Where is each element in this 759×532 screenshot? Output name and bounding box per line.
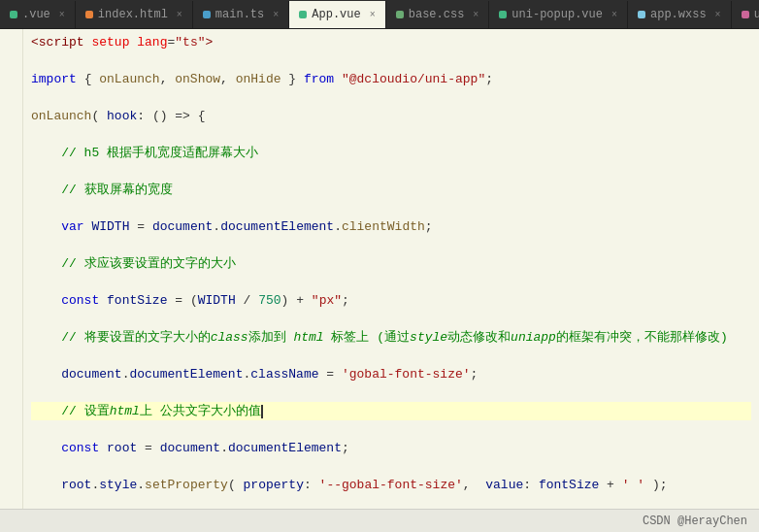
css-icon [396,11,404,18]
status-bar: CSDN @HerayChen [0,509,759,532]
tab-app-wxss[interactable]: app.wxss × [628,1,732,28]
tab-label: uni.scss [754,8,759,21]
tab-label: base.css [409,8,465,21]
tab-label: app.wxss [650,8,707,21]
close-icon[interactable]: × [177,10,182,20]
tab-uni-scss[interactable]: uni.scss × [732,1,759,28]
code-editor[interactable]: <script setup lang="ts"> import { onLaun… [0,29,759,509]
tab-vue[interactable]: .vue × [0,1,76,28]
tab-uni-popup-vue[interactable]: uni-popup.vue × [489,1,628,28]
tab-label: App.vue [312,8,360,21]
credit-text: CSDN @HerayChen [643,515,747,528]
tab-label: main.ts [215,8,264,21]
vue-icon [499,11,507,18]
html-icon [85,11,93,18]
close-icon[interactable]: × [370,10,376,20]
tab-bar: .vue × index.html × main.ts × App.vue × … [0,0,759,29]
close-icon[interactable]: × [611,10,617,20]
line-numbers [0,29,23,509]
code-text[interactable]: <script setup lang="ts"> import { onLaun… [23,29,759,509]
vue-icon [10,11,17,18]
ts-icon [203,11,211,18]
wxss-icon [638,11,645,18]
editor-container: .vue × index.html × main.ts × App.vue × … [0,0,759,532]
tab-label: uni-popup.vue [512,8,603,21]
tab-index-html[interactable]: index.html × [76,1,193,28]
close-icon[interactable]: × [273,10,279,20]
vue-icon [299,11,307,18]
tab-label: index.html [98,8,168,21]
scss-icon [742,11,749,18]
tab-base-css[interactable]: base.css × [386,1,490,28]
tab-main-ts[interactable]: main.ts × [193,1,289,28]
tab-label: .vue [22,8,50,21]
close-icon[interactable]: × [59,10,65,20]
close-icon[interactable]: × [473,10,478,20]
close-icon[interactable]: × [715,10,721,20]
tab-app-vue[interactable]: App.vue × [289,1,385,28]
